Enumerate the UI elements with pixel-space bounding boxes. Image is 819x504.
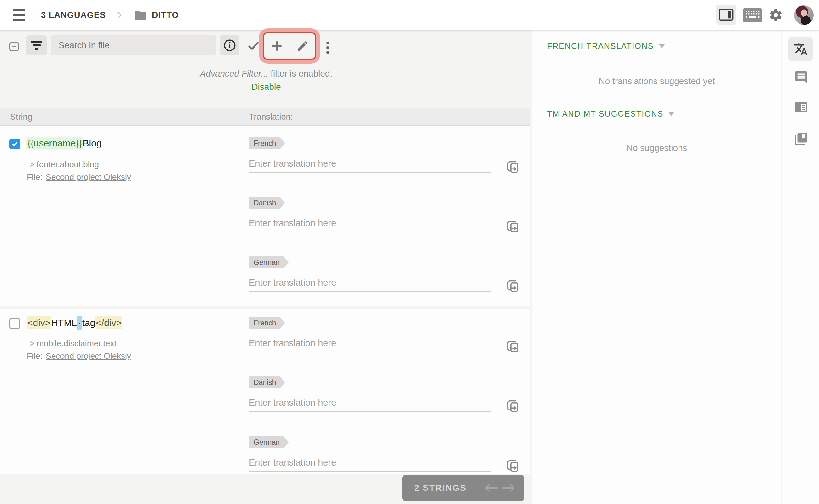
- breadcrumb-current: DITTO: [152, 0, 179, 30]
- filter-notice-actions: Disable: [0, 82, 532, 92]
- string-text: Blog: [83, 138, 101, 149]
- kebab-menu-icon: [326, 51, 329, 54]
- string-key: -> mobile.disclaimer.text: [27, 338, 117, 349]
- section-header-french-translations[interactable]: FRENCH TRANSLATIONS: [547, 42, 665, 51]
- kebab-menu-icon: [326, 42, 329, 44]
- breadcrumb-root[interactable]: 3 LANGUAGES: [41, 0, 106, 30]
- pagination-bar: 2 STRINGS: [402, 475, 524, 501]
- section-title: FRENCH TRANSLATIONS: [547, 42, 654, 51]
- next-string-button[interactable]: [500, 479, 518, 497]
- row-checkbox-checked[interactable]: [9, 139, 20, 149]
- file-link[interactable]: Second project Oleksiy: [46, 351, 131, 361]
- side-tool-strip: [782, 30, 819, 504]
- check-icon: [11, 140, 19, 148]
- variable-token: {{username}}: [27, 138, 83, 149]
- add-icon: [270, 39, 284, 53]
- filter-notice-suffix: filter is enabled.: [268, 69, 332, 78]
- content-area: Advanced Filter... filter is enabled. Di…: [0, 30, 819, 504]
- kebab-menu-icon: [326, 46, 329, 49]
- arrow-right-icon: [501, 483, 516, 493]
- empty-state-message: No suggestions: [532, 143, 781, 153]
- empty-state-message: No translations suggested yet: [532, 76, 781, 86]
- copy-source-button[interactable]: [505, 278, 520, 293]
- filter-notice-name: Advanced Filter...: [200, 69, 268, 78]
- panel-toggle-icon: [719, 9, 734, 21]
- chevron-down-icon: [659, 44, 665, 48]
- string-text: HTML: [51, 318, 77, 328]
- language-tag: German: [249, 256, 289, 268]
- top-bar: 3 LANGUAGES DITTO: [0, 0, 819, 30]
- html-tag-open: <div>: [27, 316, 51, 329]
- menu-bar: [13, 14, 25, 16]
- string-key: -> footer.about.blog: [27, 159, 99, 170]
- collections-bookmark-icon: [794, 132, 808, 146]
- translation-input-danish[interactable]: [249, 215, 491, 232]
- collections-tab-button[interactable]: [793, 131, 809, 146]
- disable-filter-link[interactable]: Disable: [251, 82, 281, 92]
- file-link[interactable]: Second project Oleksiy: [46, 172, 131, 182]
- menu-icon[interactable]: [13, 9, 25, 21]
- translations-tab-button[interactable]: [788, 37, 813, 61]
- language-tag: German: [249, 436, 289, 448]
- copy-source-button[interactable]: [505, 339, 520, 353]
- search-input[interactable]: [51, 35, 216, 55]
- app-root: 3 LANGUAGES DITTO: [0, 0, 819, 504]
- filter-icon: [31, 41, 42, 50]
- context-tab-button[interactable]: [793, 100, 809, 115]
- translation-input-german[interactable]: [249, 454, 491, 472]
- keyboard-button[interactable]: [742, 8, 763, 22]
- breadcrumb-chevron-icon: [115, 10, 124, 21]
- translation-input-french[interactable]: [249, 335, 491, 352]
- copy-source-button[interactable]: [505, 398, 520, 413]
- settings-icon: [769, 8, 783, 22]
- select-all-checkbox[interactable]: [9, 42, 19, 51]
- edit-string-button[interactable]: [296, 39, 309, 53]
- menu-bar: [13, 9, 25, 11]
- comments-tab-button[interactable]: [793, 70, 809, 85]
- reader-icon: [793, 100, 809, 115]
- avatar[interactable]: [794, 5, 814, 25]
- whitespace-marker: ·: [77, 316, 82, 330]
- file-label: File:: [27, 172, 43, 182]
- comment-icon: [794, 70, 808, 84]
- annotation-inner: [263, 32, 316, 60]
- folder-icon: [134, 9, 147, 24]
- panel-toggle-button[interactable]: [716, 5, 736, 25]
- menu-bar: [13, 19, 25, 21]
- section-header-tm-mt-suggestions[interactable]: TM AND MT SUGGESTIONS: [547, 109, 674, 118]
- language-tag: Danish: [249, 376, 285, 388]
- copy-source-icon: [505, 278, 520, 293]
- settings-button[interactable]: [768, 8, 784, 23]
- arrow-left-icon: [484, 483, 498, 493]
- language-tag: Danish: [249, 197, 285, 209]
- copy-source-button[interactable]: [505, 219, 520, 233]
- copy-source-icon: [505, 398, 520, 413]
- translate-icon: [793, 42, 808, 56]
- copy-source-icon: [505, 159, 520, 174]
- info-button[interactable]: [220, 35, 239, 55]
- copy-source-icon: [505, 219, 520, 233]
- filter-notice: Advanced Filter... filter is enabled.: [0, 69, 532, 79]
- kebab-menu-button[interactable]: [321, 39, 335, 56]
- indeterminate-mark: [12, 46, 16, 47]
- translation-input-french[interactable]: [249, 155, 491, 173]
- section-title: TM AND MT SUGGESTIONS: [547, 109, 663, 118]
- copy-source-button[interactable]: [505, 159, 520, 174]
- copy-source-button[interactable]: [505, 458, 520, 473]
- translation-input-danish[interactable]: [249, 394, 491, 412]
- filter-button[interactable]: [26, 35, 47, 55]
- string-file: File: Second project Oleksiy: [27, 171, 131, 183]
- column-header-string: String: [10, 108, 32, 125]
- info-icon: [223, 39, 236, 52]
- file-label: File:: [27, 351, 43, 361]
- prev-string-button[interactable]: [482, 479, 500, 497]
- chevron-down-icon: [668, 112, 674, 116]
- add-string-button[interactable]: [270, 39, 284, 53]
- source-string: <div>HTML·tag</div>: [27, 316, 122, 330]
- keyboard-icon: [743, 8, 762, 22]
- row-checkbox-unchecked[interactable]: [9, 318, 20, 329]
- string-row: [0, 309, 530, 474]
- suggestions-panel: FRENCH TRANSLATIONS No translations sugg…: [532, 30, 781, 504]
- list-header-row: String Translation:: [0, 108, 530, 126]
- translation-input-german[interactable]: [249, 274, 491, 292]
